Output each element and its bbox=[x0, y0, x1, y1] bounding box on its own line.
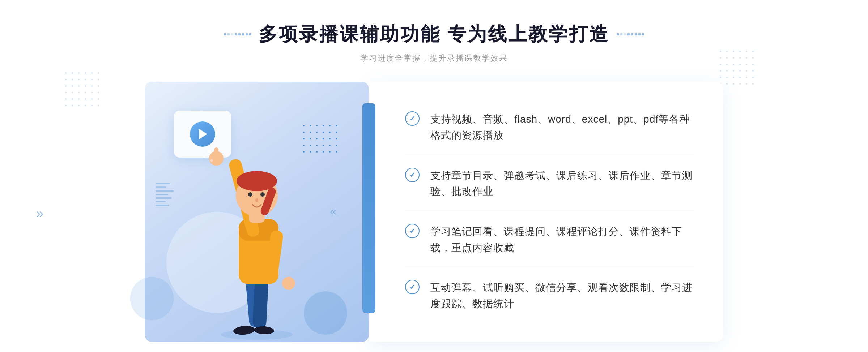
illustration-panel: « bbox=[145, 82, 369, 342]
feature-text-1: 支持视频、音频、flash、word、excel、ppt、pdf等各种格式的资源… bbox=[430, 111, 694, 144]
svg-point-18 bbox=[255, 198, 258, 202]
svg-point-19 bbox=[208, 150, 212, 154]
stripe-decoration bbox=[156, 183, 174, 206]
feature-text-4: 互动弹幕、试听购买、微信分享、观看次数限制、学习进度跟踪、数据统计 bbox=[430, 280, 694, 312]
svg-rect-9 bbox=[214, 147, 218, 160]
check-icon-3: ✓ bbox=[405, 224, 420, 238]
header-section: 多项录播课辅助功能 专为线上教学打造 学习进度全掌握，提升录播课教学效果 bbox=[224, 22, 644, 64]
svg-rect-2 bbox=[252, 277, 269, 328]
dot-decoration-left bbox=[65, 72, 98, 105]
main-title: 多项录播课辅助功能 专为线上教学打造 bbox=[224, 22, 644, 47]
dot-decoration-right bbox=[720, 51, 752, 83]
circle-decoration-bottom bbox=[130, 277, 174, 320]
title-decorator-right bbox=[617, 33, 644, 35]
blue-bar-decoration bbox=[362, 103, 375, 313]
feature-item-4: ✓ 互动弹幕、试听购买、微信分享、观看次数限制、学习进度跟踪、数据统计 bbox=[405, 270, 694, 322]
arrow-decoration-left: » bbox=[36, 206, 43, 221]
check-mark-4: ✓ bbox=[409, 283, 416, 291]
check-mark-2: ✓ bbox=[409, 171, 416, 179]
check-icon-1: ✓ bbox=[405, 111, 420, 126]
feature-text-2: 支持章节目录、弹题考试、课后练习、课后作业、章节测验、批改作业 bbox=[430, 168, 694, 200]
svg-point-17 bbox=[260, 192, 265, 197]
svg-point-21 bbox=[210, 159, 213, 162]
svg-point-16 bbox=[248, 192, 252, 197]
check-icon-4: ✓ bbox=[405, 280, 420, 294]
content-area: « bbox=[145, 82, 723, 342]
illus-arrows-decoration: « bbox=[330, 205, 336, 218]
subtitle: 学习进度全掌握，提升录播课教学效果 bbox=[224, 53, 644, 64]
page-container: » 多项录播课辅助功能 专为线上教学打造 学习进度全掌握，提升录播课教学效果 bbox=[0, 0, 868, 352]
feature-text-3: 学习笔记回看、课程提问、课程评论打分、课件资料下载，重点内容收藏 bbox=[430, 224, 694, 256]
check-mark-1: ✓ bbox=[409, 115, 416, 122]
feature-item-3: ✓ 学习笔记回看、课程提问、课程评论打分、课件资料下载，重点内容收藏 bbox=[405, 214, 694, 267]
check-icon-2: ✓ bbox=[405, 168, 420, 182]
svg-point-11 bbox=[282, 277, 295, 290]
feature-item-1: ✓ 支持视频、音频、flash、word、excel、ppt、pdf等各种格式的… bbox=[405, 101, 694, 154]
features-panel: ✓ 支持视频、音频、flash、word、excel、ppt、pdf等各种格式的… bbox=[369, 82, 723, 342]
person-figure bbox=[192, 132, 322, 342]
feature-item-2: ✓ 支持章节目录、弹题考试、课后练习、课后作业、章节测验、批改作业 bbox=[405, 158, 694, 211]
svg-point-20 bbox=[203, 155, 206, 158]
title-text: 多项录播课辅助功能 专为线上教学打造 bbox=[259, 22, 609, 47]
title-decorator-left bbox=[224, 33, 251, 35]
check-mark-3: ✓ bbox=[409, 227, 416, 235]
